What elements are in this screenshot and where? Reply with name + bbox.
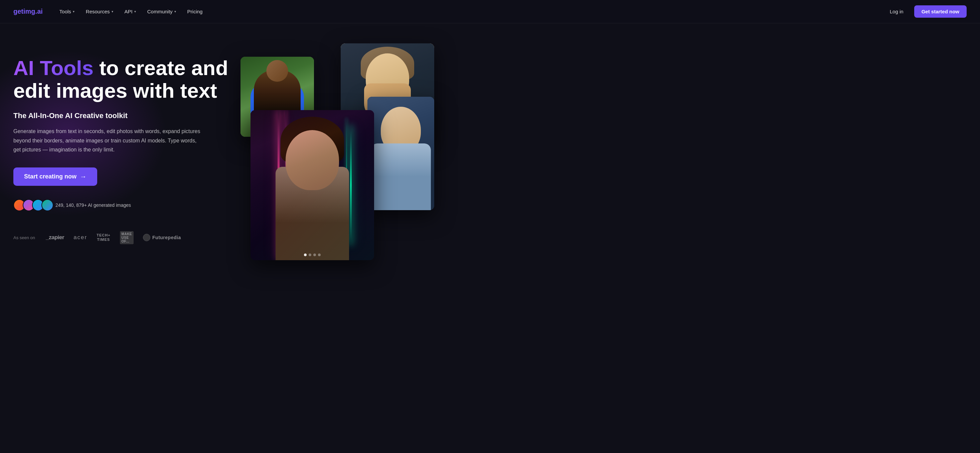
carousel-dots (304, 253, 321, 256)
hero-title: AI Tools to create and edit images with … (13, 57, 234, 102)
start-creating-button[interactable]: Start creating now → (13, 168, 97, 186)
futurepedia-icon (143, 234, 150, 241)
brand-zapier: _zapier (46, 234, 64, 241)
carousel-dot-4[interactable] (318, 253, 321, 256)
social-proof: 249, 140, 879+ AI generated images (13, 199, 234, 211)
as-seen-on: As seen on _zapier acer TECH+TIMES MAKEU… (13, 231, 234, 244)
login-button[interactable]: Log in (885, 6, 909, 17)
carousel-dot-3[interactable] (313, 253, 316, 256)
chevron-down-icon: ▾ (174, 10, 176, 13)
brand-makeuseof: MAKEUSEOF... (120, 231, 134, 244)
chevron-down-icon: ▾ (73, 10, 75, 13)
hero-description: Generate images from text in seconds, ed… (13, 127, 200, 154)
avatar-group (13, 199, 51, 211)
nav-actions: Log in Get started now (885, 5, 967, 18)
nav-tools[interactable]: Tools ▾ (55, 6, 79, 17)
carousel-dot-2[interactable] (309, 253, 311, 256)
card4-body (371, 143, 431, 210)
card3-face (286, 130, 339, 190)
brand-techtimes: TECH+TIMES (97, 233, 110, 242)
chevron-down-icon: ▾ (111, 10, 113, 13)
navbar: getimg.ai Tools ▾ Resources ▾ API ▾ Comm… (0, 0, 980, 23)
avatar (41, 199, 53, 211)
hero-image-card-3 (250, 110, 374, 260)
get-started-button[interactable]: Get started now (914, 5, 967, 18)
proof-count: 249, 140, 879+ AI generated images (56, 203, 131, 208)
hero-subtitle: The All-In-One AI Creative toolkit (13, 111, 234, 120)
chevron-down-icon: ▾ (134, 10, 136, 13)
as-seen-label: As seen on (13, 235, 35, 240)
nav-pricing[interactable]: Pricing (183, 6, 207, 17)
brand-acer: acer (73, 234, 87, 241)
brand-futurepedia: Futurepedia (143, 234, 181, 241)
nav-resources[interactable]: Resources ▾ (81, 6, 118, 17)
logo-text: getimg.ai (13, 8, 43, 15)
hero-image-card-4 (368, 97, 434, 210)
nav-api[interactable]: API ▾ (120, 6, 141, 17)
nav-community[interactable]: Community ▾ (143, 6, 181, 17)
hero-section: AI Tools to create and edit images with … (0, 23, 980, 453)
carousel-dot-1[interactable] (304, 253, 307, 256)
nav-links: Tools ▾ Resources ▾ API ▾ Community ▾ Pr… (55, 6, 885, 17)
brand-logos: _zapier acer TECH+TIMES MAKEUSEOF... Fut… (46, 231, 181, 244)
hero-content: AI Tools to create and edit images with … (13, 43, 234, 244)
logo[interactable]: getimg.ai (13, 8, 43, 15)
arrow-icon: → (80, 173, 86, 181)
hero-image-collage (240, 43, 434, 270)
cta-label: Start creating now (24, 173, 76, 180)
hero-title-gradient: AI Tools (13, 56, 94, 79)
neon-line-cyan-1 (350, 125, 352, 245)
